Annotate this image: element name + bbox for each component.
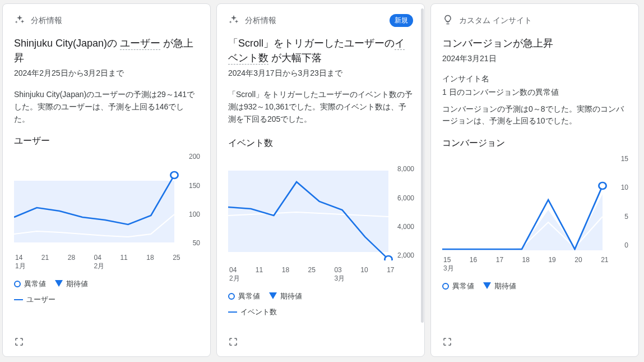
metric-link[interactable]: ユーザー <box>120 38 160 50</box>
series-line-icon <box>14 299 23 300</box>
sparkle-icon <box>14 14 25 27</box>
anomaly-marker-icon <box>442 283 449 290</box>
expected-marker-icon <box>55 280 63 287</box>
expand-icon[interactable] <box>228 337 238 349</box>
scrollbar[interactable] <box>421 6 424 354</box>
chart-legend-series: イベント数 <box>228 307 413 317</box>
svg-point-5 <box>599 182 606 189</box>
x-axis-months: 1月2月 <box>14 262 199 271</box>
chart-legend: 異常値 期待値 <box>228 291 413 301</box>
chart: 20015010050 <box>14 153 199 248</box>
insight-title: コンバージョンが急上昇 <box>442 36 627 51</box>
svg-rect-2 <box>228 171 388 252</box>
y-axis: 20015010050 <box>189 153 200 248</box>
insight-body: Shinjuku City(Japan)のユーザーの予測は29～141でした。実… <box>14 89 199 125</box>
chart: 151050 <box>442 155 627 250</box>
x-axis-months: 3月 <box>442 264 627 273</box>
date-range: 2024年2月25日から3月2日まで <box>14 68 199 79</box>
header-label: カスタム インサイト <box>459 16 532 26</box>
svg-point-3 <box>384 256 392 260</box>
y-axis: 151050 <box>621 155 628 250</box>
anomaly-marker-icon <box>14 281 21 287</box>
insight-name-label: インサイト名 <box>442 74 627 84</box>
date-range: 2024年3月17日から3月23日まで <box>228 68 413 79</box>
expected-marker-icon <box>483 282 491 289</box>
anomaly-marker-icon <box>228 293 235 300</box>
insight-name: 1 日のコンバージョン数の異常値 <box>442 86 627 99</box>
expand-icon[interactable] <box>442 337 452 349</box>
insight-card[interactable]: 分析情報 新規 「Scroll」をトリガーしたユーザーのイベント数 が大幅下落 … <box>216 3 425 357</box>
chart-metric-title: イベント数 <box>228 138 413 149</box>
header-label: 分析情報 <box>245 16 276 26</box>
chart-legend: 異常値 期待値 <box>14 279 199 289</box>
x-axis-ticks: 15161718192021 <box>442 255 627 264</box>
chart-metric-title: ユーザー <box>14 135 199 147</box>
date-range: 2024年3月21日 <box>442 54 627 64</box>
chart-metric-title: コンバージョン <box>442 138 627 149</box>
header-label: 分析情報 <box>31 16 62 26</box>
x-axis-ticks: 04111825031017 <box>228 265 413 274</box>
chart-legend-series: ユーザー <box>14 295 199 305</box>
scrollbar-thumb[interactable] <box>421 8 424 323</box>
svg-point-1 <box>170 172 178 178</box>
series-line-icon <box>228 311 237 313</box>
new-badge: 新規 <box>390 14 413 27</box>
insight-card[interactable]: 分析情報 Shinjuku City(Japan)の ユーザー が急上昇 202… <box>2 3 211 357</box>
lightbulb-icon <box>442 14 453 27</box>
insight-body: コンバージョンの予測は0～8でした。実際のコンバージョンは、予測を上回る10でし… <box>442 103 627 127</box>
expected-marker-icon <box>269 292 277 299</box>
y-axis: 8,0006,0004,0002,000 <box>397 165 414 260</box>
insight-body: 「Scroll」をトリガーしたユーザーのイベント数の予測は932～10,361で… <box>228 89 413 125</box>
insight-title: Shinjuku City(Japan)の ユーザー が急上昇 <box>14 36 199 65</box>
insight-card[interactable]: カスタム インサイト コンバージョンが急上昇 2024年3月21日 インサイト名… <box>430 3 639 357</box>
expand-icon[interactable] <box>14 337 24 349</box>
x-axis-ticks: 14212804111825 <box>14 253 199 262</box>
chart-legend: 異常値 期待値 <box>442 281 627 291</box>
x-axis-months: 2月3月 <box>228 274 413 283</box>
chart: 8,0006,0004,0002,000 <box>228 165 413 260</box>
insight-title: 「Scroll」をトリガーしたユーザーのイベント数 が大幅下落 <box>228 36 413 65</box>
sparkle-icon <box>228 14 239 27</box>
svg-rect-0 <box>14 181 174 242</box>
